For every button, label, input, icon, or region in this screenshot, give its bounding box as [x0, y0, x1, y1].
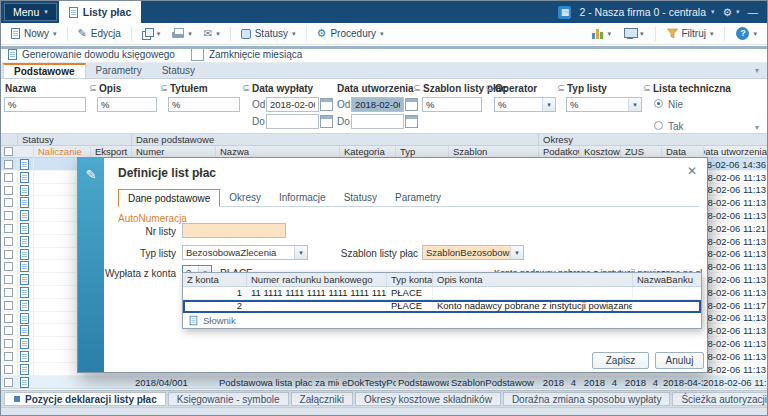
- col-data-utworzenia[interactable]: Data utworzenia: [703, 146, 767, 158]
- row-checkbox[interactable]: [4, 339, 13, 348]
- row-checkbox[interactable]: [4, 275, 13, 284]
- col-typ-konta[interactable]: Typ konta: [387, 273, 433, 286]
- bottom-tab[interactable]: Doraźna zmiana sposobu wypłaty: [503, 392, 671, 406]
- filter-operator-icon[interactable]: ⊆: [160, 83, 168, 93]
- row-checkbox[interactable]: [4, 262, 13, 271]
- settings-button[interactable]: ⚙ ▾: [723, 6, 740, 18]
- tytulem-filter-input[interactable]: [168, 97, 240, 112]
- nr-listy-input[interactable]: [182, 223, 286, 238]
- radio-tak[interactable]: [654, 121, 663, 130]
- row-checkbox[interactable]: [4, 288, 13, 297]
- calendar-icon[interactable]: [405, 98, 418, 111]
- dialog-tab[interactable]: Okresy: [220, 189, 270, 206]
- slownik-button[interactable]: Słownik: [183, 313, 701, 328]
- szablon-filter-input[interactable]: [422, 97, 482, 112]
- collapse-panel-chevron[interactable]: ▾: [755, 123, 759, 132]
- row-checkbox[interactable]: [4, 326, 13, 335]
- group-dane-podstawowe[interactable]: Dane podstawowe: [131, 134, 538, 146]
- filter-tab[interactable]: Parametry: [86, 63, 152, 78]
- apps-icon[interactable]: ▦: [558, 6, 571, 19]
- filter-operator-icon[interactable]: ⊆: [413, 83, 421, 93]
- row-checkbox[interactable]: [4, 186, 13, 195]
- close-icon[interactable]: ✕: [687, 164, 697, 178]
- col-z-konta[interactable]: Z konta: [183, 273, 247, 286]
- calendar-icon[interactable]: [405, 115, 418, 128]
- account-row[interactable]: 1 11 1111 1111 1111 1111 1111 1111 PŁACE: [183, 287, 701, 300]
- row-checkbox[interactable]: [4, 250, 13, 259]
- data-utworzenia-od-input[interactable]: [351, 97, 404, 112]
- menu-button[interactable]: Menu ▾: [4, 3, 57, 21]
- col-nazwa-banku[interactable]: NazwaBanku: [633, 273, 701, 286]
- close-month-button[interactable]: Zamknięcie miesiąca: [191, 48, 302, 61]
- calendar-icon[interactable]: [320, 115, 333, 128]
- row-checkbox[interactable]: [4, 365, 13, 374]
- group-statusy[interactable]: Statusy: [17, 134, 131, 146]
- statuses-button[interactable]: Statusy ▾: [236, 26, 301, 41]
- row-checkbox[interactable]: [4, 173, 13, 182]
- row-checkbox[interactable]: [4, 198, 13, 207]
- filter-operator-icon[interactable]: ⊆: [89, 83, 97, 93]
- row-checkbox[interactable]: [4, 224, 13, 233]
- edit-button[interactable]: ✎ Edycja: [73, 26, 126, 41]
- filter-button[interactable]: Filtruj ▾: [662, 26, 719, 41]
- new-button[interactable]: Nowy ▾: [6, 26, 62, 41]
- copy-button[interactable]: ▾: [137, 26, 166, 41]
- operator-filter-select[interactable]: % ▾: [494, 97, 556, 112]
- dialog-tab[interactable]: Informacje: [270, 189, 335, 206]
- data-utworzenia-do-input[interactable]: [351, 114, 404, 129]
- col-opis-konta[interactable]: Opis konta: [433, 273, 633, 286]
- calendar-icon[interactable]: [320, 98, 333, 111]
- account-row[interactable]: 2 PŁACE Konto nadawcy pobrane z instytuc…: [183, 300, 701, 313]
- help-button[interactable]: ? ▾: [731, 25, 762, 42]
- dialog-tab[interactable]: Parametry: [386, 189, 450, 206]
- bottom-tab[interactable]: Pozycje deklaracji listy płac: [4, 392, 166, 406]
- filter-operator-icon[interactable]: ⊆: [485, 83, 493, 93]
- row-checkbox[interactable]: [4, 378, 13, 387]
- copy-icon: [142, 28, 153, 39]
- bottom-tab[interactable]: Ścieżka autoryzacji: [672, 392, 768, 406]
- procedures-button[interactable]: ⚙ Procedury ▾: [312, 25, 389, 42]
- data-wyplaty-od-input[interactable]: [266, 97, 319, 112]
- collapse-panel-chevron[interactable]: ▾: [755, 66, 759, 75]
- cancel-button[interactable]: Anuluj: [655, 352, 704, 369]
- bottom-tab[interactable]: Księgowanie - symbole: [168, 392, 289, 406]
- bottom-tab[interactable]: Okresy kosztowe składników: [355, 392, 501, 406]
- row-created-cell: 2018-02-06 11:13: [706, 196, 766, 209]
- view-button[interactable]: ▾: [619, 26, 649, 41]
- filter-tab[interactable]: Statusy: [152, 63, 205, 78]
- data-wyplaty-do-input[interactable]: [266, 114, 319, 129]
- col-numer-rachunku[interactable]: Numer rachunku bankowego: [247, 273, 387, 286]
- company-selector[interactable]: 2 - Nasza firma 0 - centrala ▾: [579, 6, 714, 18]
- row-created-cell: 2018-02-06 11:13: [706, 209, 766, 222]
- typ-listy-filter-select[interactable]: % ▾: [566, 97, 642, 112]
- radio-nie[interactable]: [654, 99, 663, 108]
- row-checkbox[interactable]: [4, 301, 13, 310]
- typ-listy-select[interactable]: BezosobowaZlecenia ▾: [182, 245, 308, 260]
- send-button[interactable]: ✉ ▾: [199, 26, 225, 41]
- group-okresy[interactable]: Okresy: [538, 134, 768, 146]
- row-checkbox[interactable]: [4, 314, 13, 323]
- analysis-button[interactable]: ▾: [587, 27, 616, 41]
- filter-operator-icon[interactable]: ⊆: [557, 83, 565, 93]
- row-checkbox[interactable]: [4, 237, 13, 246]
- filter-operator-icon[interactable]: ⊆: [643, 83, 651, 93]
- print-button[interactable]: ▾: [167, 26, 197, 41]
- row-checkbox[interactable]: [4, 160, 13, 169]
- filter-operator-icon[interactable]: ⊆: [242, 83, 250, 93]
- minimize-button[interactable]: —: [748, 6, 759, 18]
- tab-listy-plac[interactable]: Listy płac: [59, 1, 141, 23]
- generate-accounting-doc-button[interactable]: Generowanie dowodu księgowego: [8, 49, 175, 60]
- opis-filter-input[interactable]: [97, 97, 157, 112]
- select-all-checkbox[interactable]: [4, 147, 13, 156]
- szablon-listy-plac-select[interactable]: SzablonBezosobowa ▾: [422, 245, 524, 260]
- filter-tab[interactable]: Podstawowe: [3, 63, 86, 78]
- dialog-tab[interactable]: Statusy: [335, 189, 386, 206]
- bottom-tab[interactable]: Załączniki: [291, 392, 353, 406]
- row-checkbox[interactable]: [4, 211, 13, 220]
- nazwa-filter-input[interactable]: [4, 97, 86, 112]
- opis-filter-label: Opis: [99, 83, 121, 94]
- save-button[interactable]: Zapisz: [592, 352, 649, 369]
- dialog-tab[interactable]: Dane podstawowe: [118, 189, 220, 207]
- payroll-row-selected[interactable]: 2018/04/001 Podstawowa lista płac za mie…: [1, 376, 767, 389]
- row-checkbox[interactable]: [4, 352, 13, 361]
